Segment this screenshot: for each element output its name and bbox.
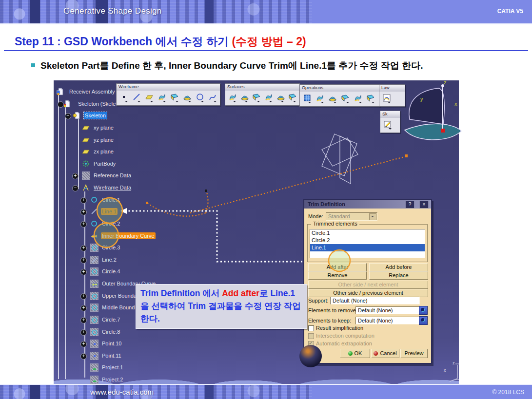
- offset-icon[interactable]: [251, 92, 262, 104]
- tree-item-project-1[interactable]: Project.1: [101, 364, 124, 371]
- element-selector-icon[interactable]: [419, 306, 428, 315]
- page-title-main: Step 11 : GSD Workbench 에서 수정 하기: [15, 35, 232, 48]
- toolbar-sketcher[interactable]: Sk: [380, 111, 400, 133]
- elements-to-remove-field[interactable]: Default (None): [355, 306, 420, 314]
- tree-item-zx-plane[interactable]: zx plane: [93, 148, 115, 155]
- tree-item-line-2[interactable]: Line.2: [101, 256, 118, 263]
- expand-icon[interactable]: +: [80, 209, 87, 215]
- reflect-line-icon[interactable]: [181, 92, 193, 104]
- preview-button[interactable]: Preview: [400, 349, 428, 358]
- boundary-icon[interactable]: [339, 93, 351, 105]
- hatch-boundary-icon: [90, 280, 99, 288]
- blend-icon[interactable]: [287, 92, 298, 104]
- expand-icon[interactable]: +: [80, 293, 87, 300]
- extract-icon[interactable]: [352, 93, 364, 105]
- callout-text-highlight: Add after: [222, 288, 259, 298]
- element-selector-icon[interactable]: [419, 316, 428, 325]
- tree-item-yz-plane[interactable]: yz plane: [93, 136, 115, 143]
- expand-icon[interactable]: +: [72, 173, 79, 179]
- expand-icon[interactable]: +: [80, 329, 87, 336]
- tree-item-circle-1[interactable]: Circle.1: [101, 196, 121, 203]
- checkbox-result-simplification[interactable]: [308, 325, 314, 331]
- tree-item-circle-2[interactable]: Circle.2: [101, 220, 121, 227]
- fill-icon[interactable]: [275, 92, 286, 104]
- expand-icon[interactable]: +: [80, 353, 87, 360]
- tree-item-xy-plane[interactable]: xy plane: [93, 124, 115, 131]
- trimmed-elements-list[interactable]: Circle.1Circle.2Line.1: [310, 229, 425, 258]
- tree-item-circle-3[interactable]: Circle.3: [101, 244, 121, 251]
- circle-icon[interactable]: [194, 92, 206, 104]
- trim-icon[interactable]: [327, 93, 338, 105]
- plane-icon[interactable]: [143, 92, 155, 104]
- extrude-icon[interactable]: [227, 92, 238, 104]
- remove-button[interactable]: Remove: [308, 271, 367, 280]
- close-icon[interactable]: ×: [419, 201, 429, 209]
- support-field[interactable]: Default (None): [330, 297, 420, 304]
- collapse-icon[interactable]: −: [65, 113, 71, 119]
- line-icon[interactable]: [131, 92, 142, 104]
- other-side-next-button: Other side / next element: [308, 281, 428, 289]
- expand-icon[interactable]: +: [80, 245, 87, 251]
- footer-site-link[interactable]: www.edu-catia.com: [90, 388, 154, 396]
- collapse-icon[interactable]: −: [72, 185, 79, 191]
- expand-icon[interactable]: +: [80, 317, 87, 323]
- other-side-previous-button[interactable]: Other side / previous element: [308, 289, 428, 297]
- spline-icon[interactable]: [207, 92, 218, 104]
- tree-item-circle-4[interactable]: Circle.4: [101, 268, 121, 275]
- point-icon[interactable]: [118, 92, 130, 104]
- tree-item-project-2[interactable]: Project.2: [101, 376, 124, 383]
- expand-icon[interactable]: +: [80, 221, 87, 228]
- expand-icon[interactable]: +: [80, 341, 87, 347]
- tree-item-receiver-assembly[interactable]: Receiver Assembly: [68, 88, 116, 95]
- law-icon[interactable]: [381, 93, 393, 105]
- tree-item-inner-boundary-curve[interactable]: Inner Boundary Curve: [101, 232, 156, 239]
- split-icon[interactable]: [314, 93, 326, 105]
- tree-item-reference-data[interactable]: Reference Data: [93, 172, 132, 179]
- dialog-titlebar[interactable]: Trim Definition ? ×: [304, 200, 431, 209]
- toolbar-law[interactable]: Law: [379, 84, 405, 107]
- tree-item-skeleton[interactable]: Skeleton: [84, 112, 107, 119]
- hatch-circle-icon: [90, 244, 99, 252]
- extrapolate-icon[interactable]: [365, 93, 376, 105]
- tree-item-circle-7[interactable]: Circle.7: [101, 316, 121, 323]
- sweep-icon[interactable]: [263, 92, 274, 104]
- tree-item-upper-bounda[interactable]: Upper Bounda: [101, 292, 138, 299]
- elements-to-keep-field[interactable]: Default (None): [355, 317, 420, 324]
- expand-icon[interactable]: +: [80, 305, 87, 311]
- trim-element-line-1[interactable]: Line.1: [310, 244, 425, 251]
- page-title-accent: (수정 방법 – 2): [232, 35, 306, 48]
- nav-axis-x-label: x: [444, 368, 446, 373]
- sketcher-icon[interactable]: [382, 119, 394, 132]
- tree-item-point-10[interactable]: Point.10: [101, 340, 122, 347]
- tree-item-circle-8[interactable]: Circle.8: [101, 328, 121, 335]
- revolve-icon[interactable]: [239, 92, 250, 104]
- ok-button[interactable]: OK: [340, 349, 370, 358]
- mode-select[interactable]: Standard: [326, 212, 377, 221]
- expand-icon[interactable]: +: [80, 269, 87, 275]
- intersection-icon[interactable]: [169, 92, 180, 104]
- projection-icon[interactable]: [156, 92, 168, 104]
- chevron-down-icon[interactable]: [369, 213, 376, 220]
- expand-icon[interactable]: +: [80, 257, 87, 264]
- tree-item-wireframe-data[interactable]: Wireframe Data: [93, 184, 132, 191]
- tree-item-partbody[interactable]: PartBody: [93, 160, 117, 167]
- toolbar-surfaces[interactable]: Surfaces: [225, 83, 300, 106]
- tree-item-line-1[interactable]: Line.1: [101, 208, 118, 215]
- sphere-decoration: [299, 345, 322, 367]
- join-icon[interactable]: [301, 93, 313, 105]
- replace-button[interactable]: Replace: [369, 271, 428, 280]
- tree-item-skeleton-skeleto[interactable]: Skeleton (Skeleto: [77, 100, 121, 107]
- toolbar-wireframe[interactable]: Wireframe: [116, 83, 220, 106]
- toolbar-operations[interactable]: Operations: [299, 84, 380, 107]
- tree-branch-line: [84, 191, 85, 378]
- add-before-button[interactable]: Add before: [369, 263, 428, 271]
- toolbar-title: Sk: [380, 111, 400, 118]
- trim-element-circle-1[interactable]: Circle.1: [310, 229, 425, 237]
- tree-item-middle-bound[interactable]: Middle Bound: [101, 304, 136, 311]
- trim-element-circle-2[interactable]: Circle.2: [310, 237, 425, 244]
- tree-item-point-11[interactable]: Point.11: [101, 352, 122, 359]
- expand-icon[interactable]: +: [80, 197, 87, 204]
- cancel-button[interactable]: Cancel: [371, 349, 399, 358]
- help-icon[interactable]: ?: [405, 201, 414, 209]
- add-after-button[interactable]: Add after: [308, 263, 367, 271]
